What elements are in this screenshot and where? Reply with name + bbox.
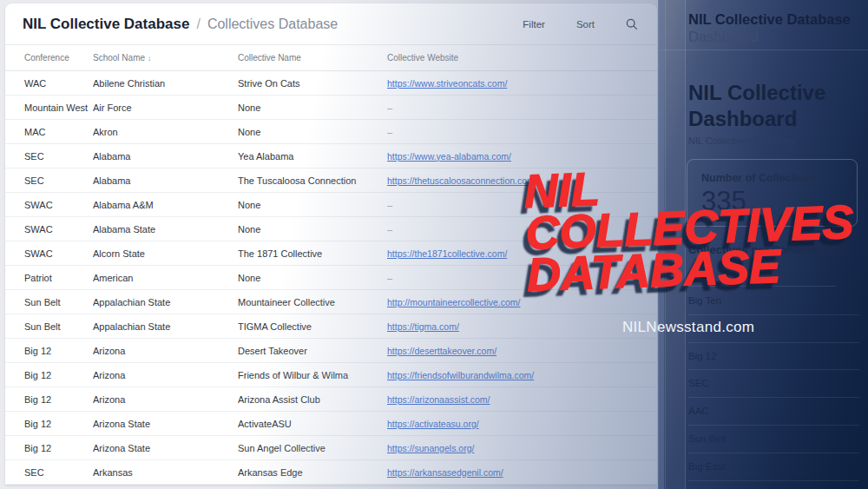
cell-conference: WAC (24, 78, 93, 89)
website-link[interactable]: https://tigma.com/ (387, 321, 459, 332)
website-link[interactable]: https://arizonaassist.com/ (387, 394, 490, 405)
table-row[interactable]: SWACAlcorn StateThe 1871 Collectivehttps… (5, 241, 657, 266)
dashboard-summary-label: NIL Collectives Summary (688, 135, 795, 146)
cell-collective-name: None (238, 200, 387, 210)
column-header-collective-name[interactable]: Collective Name (238, 53, 387, 63)
cell-collective-name: Arkansas Edge (238, 467, 387, 478)
cell-conference: Big 12 (24, 370, 93, 380)
cell-school-name: Arizona (93, 394, 238, 405)
cell-collective-name: Sun Angel Collective (238, 443, 387, 453)
table-row[interactable]: MACAkronNone– (5, 120, 657, 144)
cell-collective-name: None (238, 102, 387, 113)
cell-conference: SEC (24, 467, 93, 478)
empty-value: – (387, 102, 392, 113)
empty-value: – (387, 224, 392, 235)
cell-conference: Big 12 (24, 394, 93, 405)
website-link[interactable]: https://arkansasedgenil.com/ (387, 467, 503, 478)
cell-school-name: Arizona State (93, 419, 238, 429)
cell-school-name: Arizona (93, 346, 238, 356)
website-link[interactable]: https://www.striveoncats.com/ (387, 78, 507, 89)
dashboard-page-title: Dashboard (688, 29, 759, 45)
cell-collective-website: https://arkansasedgenil.com/ (387, 467, 657, 478)
cell-school-name: Arkansas (93, 467, 238, 478)
collectives-table: Conference School Name↓ Collective Name … (5, 45, 657, 485)
cell-school-name: Abilene Christian (93, 78, 238, 89)
cell-collective-website: https://sunangels.org/ (387, 443, 657, 453)
cell-collective-name: TIGMA Collective (238, 321, 387, 332)
table-row[interactable]: Mountain WestAir ForceNone– (5, 96, 657, 120)
cell-collective-name: The Tuscaloosa Connection (238, 175, 387, 186)
website-link[interactable]: https://thetuscaloosaconnection.com/ (387, 175, 537, 186)
cell-collective-website: https://www.striveoncats.com/ (387, 78, 657, 89)
cell-collective-name: Desert Takeover (238, 346, 387, 356)
table-row[interactable]: PatriotAmericanNone– (5, 266, 657, 290)
cell-collective-website: https://thetuscaloosaconnection.com/ (387, 175, 657, 186)
cell-collective-name: Strive On Cats (238, 78, 387, 89)
cell-conference: SWAC (24, 224, 93, 235)
table-row[interactable]: SECAlabamaYea Alabamahttps://www.yea-ala… (5, 144, 657, 169)
filter-button[interactable]: Filter (523, 19, 545, 30)
column-header-collective-website[interactable]: Collective Website (387, 53, 657, 63)
table-row[interactable]: Big 12ArizonaArizona Assist Clubhttps://… (5, 387, 657, 412)
table-row[interactable]: Big 12Arizona StateActivateASUhttps://ac… (5, 412, 657, 436)
table-row[interactable]: Big 12ArizonaDesert Takeoverhttps://dese… (5, 339, 657, 363)
cell-collective-name: Friends of Wilbur & Wilma (238, 370, 387, 380)
table-row[interactable]: Big 12Arizona StateSun Angel Collectiveh… (5, 436, 657, 460)
table-row[interactable]: WACAbilene ChristianStrive On Catshttps:… (5, 71, 657, 96)
empty-value: – (387, 273, 392, 283)
column-header-conference[interactable]: Conference (24, 53, 93, 63)
sort-button[interactable]: Sort (576, 19, 595, 30)
page-title: Collectives Database (207, 17, 338, 32)
section-title: Collectives per Conference (688, 243, 834, 256)
breadcrumb-separator: / (196, 17, 200, 32)
cell-collective-website: – (387, 273, 657, 283)
cell-conference: SWAC (24, 200, 93, 210)
table-row[interactable]: Sun BeltAppalachian StateTIGMA Collectiv… (5, 314, 657, 339)
search-icon[interactable] (626, 18, 638, 30)
table-row[interactable]: Big 12ArizonaFriends of Wilbur & Wilmaht… (5, 363, 657, 387)
cell-collective-name: ActivateASU (238, 419, 387, 429)
collectives-count-card: Number of Collectives 335 (687, 159, 858, 227)
breadcrumb: NIL Collective Database / Collectives Da… (23, 16, 338, 33)
app-title: NIL Collective Database (23, 16, 189, 33)
dashboard-app-title: NIL Collective Database (688, 11, 851, 28)
cell-conference: Sun Belt (24, 321, 93, 332)
panel-divider (658, 50, 868, 50)
website-link[interactable]: https://sunangels.org/ (387, 443, 474, 453)
table-header-row: Conference School Name↓ Collective Name … (5, 45, 657, 71)
conference-list-item: Big East (688, 453, 859, 481)
stat-value: 335 (701, 186, 857, 217)
table-row[interactable]: SECAlabamaThe Tuscaloosa Connectionhttps… (5, 169, 657, 193)
website-link[interactable]: https://friendsofwilburandwilma.com/ (387, 370, 534, 380)
cell-collective-website: https://activateasu.org/ (387, 419, 657, 429)
website-link[interactable]: http://mountaineercollective.com/ (387, 297, 521, 307)
cell-school-name: Alabama (93, 175, 238, 186)
table-row[interactable]: SECArkansasArkansas Edgehttps://arkansas… (5, 460, 657, 485)
column-header-school-name[interactable]: School Name↓ (93, 53, 238, 63)
cell-school-name: American (93, 273, 238, 283)
cell-collective-website: https://the1871collective.com/ (387, 248, 657, 259)
cell-conference: SEC (24, 151, 93, 162)
cell-collective-name: Arizona Assist Club (238, 394, 387, 405)
website-link[interactable]: https://www.yea-alabama.com/ (387, 151, 511, 162)
table-row[interactable]: SWACAlabama A&MNone– (5, 193, 657, 217)
cell-collective-website: – (387, 127, 657, 137)
cell-conference: MAC (24, 127, 93, 137)
dashboard-preview-panel: NIL Collective Database Dashboard NIL Co… (658, 0, 868, 489)
stat-label: Number of Collectives (701, 172, 857, 184)
conference-list-item: SEC (688, 370, 859, 398)
website-link[interactable]: https://the1871collective.com/ (387, 248, 507, 259)
table-row[interactable]: Sun BeltAppalachian StateMountaineer Col… (5, 290, 657, 314)
cell-conference: Sun Belt (24, 297, 93, 307)
cell-school-name: Alcorn State (93, 248, 238, 259)
cell-conference: Mountain West (24, 102, 93, 113)
cell-school-name: Arizona (93, 370, 238, 380)
cell-conference: SEC (24, 175, 93, 186)
cell-collective-name: None (238, 224, 387, 235)
table-row[interactable]: SWACAlabama StateNone– (5, 217, 657, 241)
header-actions: Filter Sort (523, 18, 638, 30)
website-link[interactable]: https://activateasu.org/ (387, 419, 479, 429)
website-link[interactable]: https://deserttakeover.com/ (387, 346, 496, 356)
cell-collective-website: https://friendsofwilburandwilma.com/ (387, 370, 657, 380)
cell-collective-website: – (387, 102, 657, 113)
